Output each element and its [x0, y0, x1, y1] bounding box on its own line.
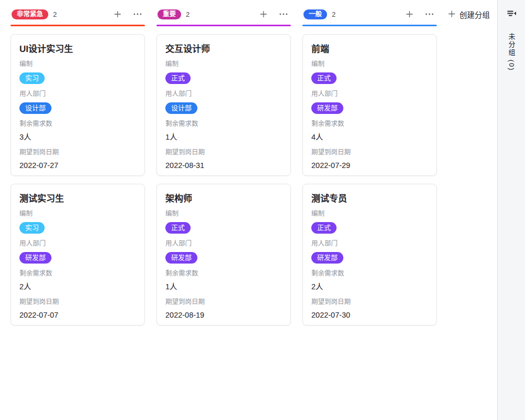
field-value: 1人	[165, 281, 282, 292]
option-tag: 实习	[19, 222, 45, 234]
add-record-button[interactable]	[258, 9, 269, 19]
field-label: 剩余需求数	[311, 269, 428, 278]
field-tag-row: 研发部	[165, 251, 282, 264]
card-fields: 编制实习用人部门设计部剩余需求数3人期望到岗日期2022-07-27	[19, 60, 136, 171]
field-label: 期望到岗日期	[19, 298, 136, 307]
field-value: 2022-07-29	[311, 160, 428, 171]
option-tag: 正式	[165, 222, 191, 234]
collapse-groups-button[interactable]	[506, 8, 518, 20]
field-tag-row: 正式	[311, 222, 428, 234]
field-label: 期望到岗日期	[19, 148, 136, 157]
group-header: 重要 2	[156, 7, 291, 21]
field-tag-row: 设计部	[165, 102, 282, 114]
kanban-group: 重要 2 交互设计师 编制正式用人部门设计部剩余需求数1人期望到岗日期2022-…	[156, 7, 291, 326]
option-tag: 正式	[311, 222, 337, 234]
field-tag-row: 设计部	[19, 102, 136, 114]
group-header: 非常紧急 2	[10, 7, 145, 21]
record-card[interactable]: 测试专员 编制正式用人部门研发部剩余需求数2人期望到岗日期2022-07-30	[302, 184, 437, 326]
field-label: 用人部门	[165, 239, 282, 248]
field-label: 剩余需求数	[165, 269, 282, 278]
field-label: 期望到岗日期	[311, 148, 428, 157]
plus-icon	[448, 10, 456, 19]
field-label: 编制	[311, 209, 428, 218]
card-list: 前端 编制正式用人部门研发部剩余需求数4人期望到岗日期2022-07-29 测试…	[302, 34, 437, 326]
hidden-group-label[interactable]: 未分组 (0)	[507, 33, 517, 71]
field-label: 编制	[19, 209, 136, 218]
field-value: 3人	[19, 132, 136, 142]
field-label: 期望到岗日期	[165, 298, 282, 307]
more-options-button[interactable]	[132, 9, 143, 19]
field-value: 2022-07-30	[311, 310, 428, 320]
field-label: 期望到岗日期	[311, 298, 428, 307]
group-badge: 重要	[158, 9, 181, 19]
field-label: 剩余需求数	[19, 120, 136, 129]
field-label: 编制	[19, 60, 136, 69]
field-value: 4人	[311, 132, 428, 142]
option-tag: 研发部	[311, 252, 343, 264]
record-card[interactable]: 架构师 编制正式用人部门研发部剩余需求数1人期望到岗日期2022-08-19	[156, 184, 291, 326]
record-card[interactable]: 测试实习生 编制实习用人部门研发部剩余需求数2人期望到岗日期2022-07-07	[10, 184, 145, 326]
field-tag-row: 实习	[19, 222, 136, 234]
record-card[interactable]: UI设计实习生 编制实习用人部门设计部剩余需求数3人期望到岗日期2022-07-…	[10, 34, 145, 176]
group-list-collapse-icon	[507, 12, 517, 19]
card-title: 测试专员	[311, 193, 428, 205]
more-options-button[interactable]	[424, 9, 435, 19]
field-tag-row: 实习	[19, 72, 136, 84]
add-record-button[interactable]	[404, 9, 415, 19]
option-tag: 正式	[311, 72, 337, 84]
record-card[interactable]: 交互设计师 编制正式用人部门设计部剩余需求数1人期望到岗日期2022-08-31	[156, 34, 291, 176]
field-value: 2022-08-31	[165, 160, 282, 171]
field-tag-row: 研发部	[19, 251, 136, 264]
option-tag: 设计部	[165, 102, 197, 114]
field-label: 用人部门	[311, 90, 428, 99]
card-fields: 编制正式用人部门研发部剩余需求数2人期望到岗日期2022-07-30	[311, 209, 428, 320]
columns: 非常紧急 2 UI设计实习生 编制实习用人部门设计部剩余需求数3人期望到岗日期2…	[10, 7, 437, 326]
field-value: 2人	[311, 281, 428, 292]
group-count: 2	[53, 10, 57, 18]
card-list: 交互设计师 编制正式用人部门设计部剩余需求数1人期望到岗日期2022-08-31…	[156, 34, 291, 326]
field-label: 编制	[165, 60, 282, 69]
field-tag-row: 研发部	[311, 102, 428, 114]
card-title: 架构师	[165, 193, 282, 205]
group-count: 2	[186, 10, 190, 18]
group-count: 2	[332, 10, 335, 18]
more-options-button[interactable]	[278, 9, 289, 19]
kanban-group: 一般 2 前端 编制正式用人部门研发部剩余需求数4人期望到岗日期2022-07-…	[302, 7, 437, 326]
group-color-underline	[156, 25, 291, 26]
hidden-groups-rail: 未分组 (0)	[497, 0, 525, 420]
card-title: 测试实习生	[19, 193, 136, 205]
field-value: 2人	[19, 281, 136, 292]
field-value: 2022-08-19	[165, 310, 282, 320]
group-badge: 一般	[303, 9, 327, 19]
field-tag-row: 正式	[165, 72, 282, 84]
option-tag: 研发部	[311, 102, 343, 114]
field-value: 2022-07-27	[19, 160, 136, 171]
group-color-underline	[302, 25, 437, 26]
group-badge: 非常紧急	[12, 9, 48, 19]
add-record-button[interactable]	[112, 9, 123, 19]
field-label: 用人部门	[311, 239, 428, 248]
option-tag: 设计部	[19, 102, 51, 114]
field-tag-row: 正式	[165, 222, 282, 234]
card-fields: 编制实习用人部门研发部剩余需求数2人期望到岗日期2022-07-07	[19, 209, 136, 320]
card-title: UI设计实习生	[19, 43, 136, 56]
record-card[interactable]: 前端 编制正式用人部门研发部剩余需求数4人期望到岗日期2022-07-29	[302, 34, 437, 176]
field-value: 1人	[165, 132, 282, 142]
kanban-board: 非常紧急 2 UI设计实习生 编制实习用人部门设计部剩余需求数3人期望到岗日期2…	[0, 0, 525, 420]
field-label: 编制	[165, 209, 282, 218]
card-fields: 编制正式用人部门设计部剩余需求数1人期望到岗日期2022-08-31	[165, 60, 282, 171]
field-label: 剩余需求数	[165, 120, 282, 129]
option-tag: 研发部	[165, 252, 197, 264]
create-group-button[interactable]: 创建分组	[448, 9, 490, 20]
card-title: 前端	[311, 43, 428, 56]
card-list: UI设计实习生 编制实习用人部门设计部剩余需求数3人期望到岗日期2022-07-…	[10, 34, 145, 326]
field-label: 编制	[311, 60, 428, 69]
field-label: 用人部门	[19, 90, 136, 99]
kanban-group: 非常紧急 2 UI设计实习生 编制实习用人部门设计部剩余需求数3人期望到岗日期2…	[10, 7, 145, 326]
field-label: 期望到岗日期	[165, 148, 282, 157]
field-label: 剩余需求数	[311, 120, 428, 129]
group-header: 一般 2	[302, 7, 437, 21]
option-tag: 研发部	[19, 252, 51, 264]
option-tag: 实习	[19, 72, 45, 84]
option-tag: 正式	[165, 72, 191, 84]
